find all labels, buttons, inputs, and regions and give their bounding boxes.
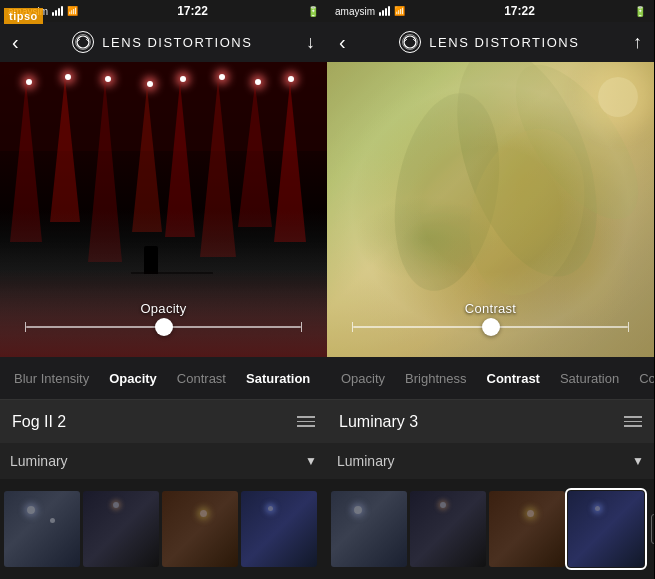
left-panel: amaysim 📶 17:22 🔋 ‹ LENS DI: [0, 0, 327, 579]
tab-opacity-right[interactable]: Opacity: [331, 357, 395, 399]
thumbnail-strip-left: [0, 479, 327, 579]
download-button-left[interactable]: ↓: [306, 32, 315, 53]
svg-point-0: [77, 36, 89, 48]
thumbnail-item[interactable]: [331, 491, 407, 567]
app-title-left: LENS DISTORTIONS: [72, 31, 252, 53]
add-preset-button[interactable]: +: [651, 514, 654, 544]
lens-icon-left: [72, 31, 94, 53]
image-area-right: Contrast: [327, 62, 654, 357]
time-right: 17:22: [504, 4, 535, 18]
top-bar-right: ‹ LENS DISTORTIONS ↑: [327, 22, 654, 62]
opacity-slider[interactable]: [26, 326, 301, 328]
tab-saturation-left[interactable]: Saturation: [236, 357, 320, 399]
hamburger-menu-left[interactable]: [297, 416, 315, 427]
back-button-left[interactable]: ‹: [12, 31, 19, 54]
tab-contrast-right[interactable]: Contrast: [477, 357, 550, 399]
signal-bars-left: [52, 6, 63, 16]
thumbnail-item[interactable]: [410, 491, 486, 567]
time-left: 17:22: [177, 4, 208, 18]
thumbnail-item[interactable]: [162, 491, 238, 567]
tab-saturation-right[interactable]: Saturation: [550, 357, 629, 399]
preset-name-right: Luminary 3: [339, 413, 624, 431]
slider-label-right: Contrast: [465, 301, 517, 316]
light-flare: [598, 77, 638, 117]
tab-opacity[interactable]: Opacity: [99, 357, 167, 399]
category-bar-right: Luminary ▼: [327, 443, 654, 479]
chevron-down-right[interactable]: ▼: [632, 454, 644, 468]
slider-label-left: Opacity: [140, 301, 186, 316]
signal-bars-right: [379, 6, 390, 16]
slider-thumb-right[interactable]: [482, 318, 500, 336]
svg-line-1: [77, 39, 80, 42]
battery-icon-left: 🔋: [307, 6, 319, 17]
svg-line-13: [413, 39, 416, 42]
thumbnail-item[interactable]: [83, 491, 159, 567]
preset-name-left: Fog II 2: [12, 413, 297, 431]
battery-icon-right: 🔋: [634, 6, 646, 17]
tab-contrast-left[interactable]: Contrast: [167, 357, 236, 399]
wifi-icon-left: 📶: [67, 6, 78, 16]
svg-marker-4: [50, 78, 80, 222]
slider-overlay-left: Opacity: [0, 301, 327, 332]
contrast-slider[interactable]: [353, 326, 628, 328]
right-panel: amaysim 📶 17:22 🔋 ‹ LENS DI: [327, 0, 654, 579]
upload-button-right[interactable]: ↑: [633, 32, 642, 53]
chevron-down-left[interactable]: ▼: [305, 454, 317, 468]
thumbnail-item[interactable]: [4, 491, 80, 567]
thumbnail-strip-right: +: [327, 479, 654, 579]
category-name-right: Luminary: [337, 453, 628, 469]
tab-brightness[interactable]: Brightness: [395, 357, 476, 399]
tab-col[interactable]: Col: [629, 357, 654, 399]
tab-blur-intensity[interactable]: Blur Intensity: [4, 357, 99, 399]
svg-line-2: [86, 39, 89, 42]
preset-bar-right: Luminary 3: [327, 399, 654, 443]
svg-marker-9: [238, 84, 272, 227]
status-bar-right: amaysim 📶 17:22 🔋: [327, 0, 654, 22]
lens-icon-right: [399, 31, 421, 53]
tab-bar-left: Blur Intensity Opacity Contrast Saturati…: [0, 357, 327, 399]
carrier-right: amaysim: [335, 6, 375, 17]
hamburger-menu-right[interactable]: [624, 416, 642, 427]
tab-bar-right: Opacity Brightness Contrast Saturation C…: [327, 357, 654, 399]
thumbnail-item-selected[interactable]: [568, 491, 644, 567]
thumbnail-item[interactable]: [489, 491, 565, 567]
status-bar-left: amaysim 📶 17:22 🔋: [0, 0, 327, 22]
top-bar-left: ‹ LENS DISTORTIONS ↓: [0, 22, 327, 62]
watermark: tipso: [4, 8, 43, 24]
category-name-left: Luminary: [10, 453, 301, 469]
app-title-right: LENS DISTORTIONS: [399, 31, 579, 53]
image-area-left: Opacity: [0, 62, 327, 357]
category-bar-left: Luminary ▼: [0, 443, 327, 479]
svg-line-12: [404, 39, 407, 42]
slider-thumb-left[interactable]: [155, 318, 173, 336]
wifi-icon-right: 📶: [394, 6, 405, 16]
preset-bar-left: Fog II 2: [0, 399, 327, 443]
svg-point-11: [404, 36, 416, 48]
back-button-right[interactable]: ‹: [339, 31, 346, 54]
slider-overlay-right: Contrast: [327, 301, 654, 332]
thumbnail-item[interactable]: [241, 491, 317, 567]
